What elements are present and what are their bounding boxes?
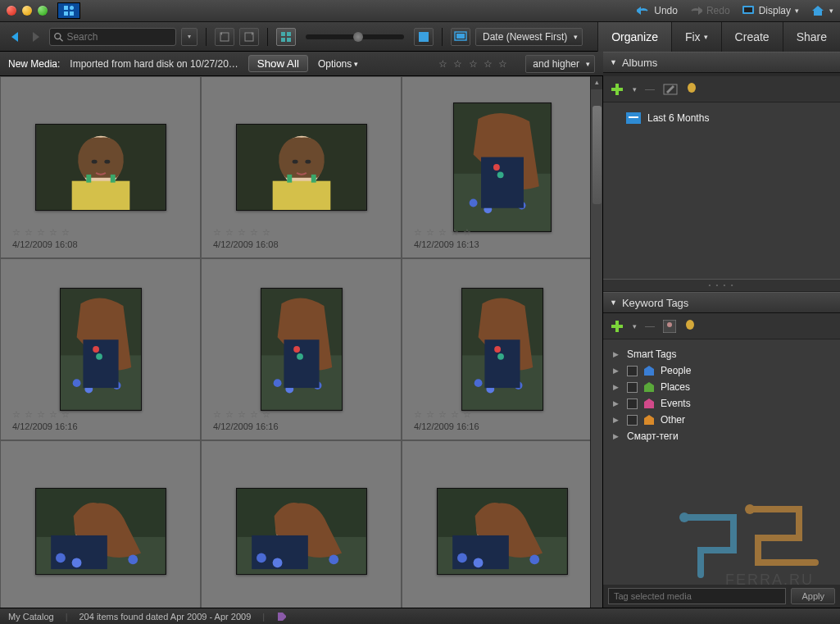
thumbnail-date: 4/12/2009 16:08 — [12, 239, 78, 249]
remove-album-button[interactable]: — — [645, 84, 655, 95]
scroll-thumb[interactable] — [593, 106, 602, 204]
hint-icon[interactable] — [686, 82, 697, 97]
tab-organize[interactable]: Organize — [597, 22, 671, 52]
app-switcher-button[interactable] — [57, 2, 80, 19]
svg-rect-10 — [281, 32, 285, 36]
tag-smart[interactable]: ▶Smart Tags — [613, 346, 830, 362]
add-tag-button[interactable] — [610, 319, 624, 334]
thumbnail-cell[interactable]: ☆ ☆ ☆ ☆ ☆4/12/2009 16:08 — [0, 76, 201, 258]
keyword-panel-header[interactable]: ▼ Keyword Tags — [603, 292, 840, 313]
tag-category[interactable]: ▶Places — [613, 379, 830, 395]
rotate-ccw-button[interactable] — [215, 28, 234, 46]
redo-button[interactable]: Redo — [689, 5, 730, 16]
grid-scrollbar[interactable]: ▴ — [590, 76, 603, 608]
svg-point-21 — [104, 160, 110, 164]
thumbnail-image[interactable] — [35, 488, 166, 575]
thumbnail-cell[interactable]: ☆ ☆ ☆ ☆ ☆4/12/2009 16:16 — [402, 258, 602, 440]
thumbnail-image[interactable] — [437, 488, 568, 575]
search-options-dropdown[interactable]: ▾ — [181, 28, 198, 46]
rating-stars[interactable]: ☆ ☆ ☆ ☆ ☆ — [213, 227, 279, 238]
tab-share[interactable]: Share — [783, 22, 840, 52]
show-all-button[interactable]: Show All — [248, 55, 308, 72]
tag-category[interactable]: ▶Events — [613, 395, 830, 412]
svg-point-86 — [473, 558, 483, 567]
hint-icon[interactable] — [684, 319, 696, 334]
svg-point-97 — [667, 322, 672, 327]
thumbnail-image[interactable] — [236, 488, 367, 575]
thumbnail-meta: ☆ ☆ ☆ ☆ ☆4/12/2009 16:08 — [213, 227, 279, 249]
tag-checkbox[interactable] — [627, 382, 638, 393]
tag-category[interactable]: ▶People — [613, 362, 830, 379]
thumbnail-cell[interactable] — [201, 440, 402, 608]
home-button[interactable]: ▾ — [810, 4, 833, 17]
rating-filter[interactable]: ☆ ☆ ☆ ☆ ☆ — [438, 58, 509, 70]
thumbnail-cell[interactable]: ☆ ☆ ☆ ☆ ☆4/12/2009 16:13 — [402, 76, 602, 258]
thumbnail-cell[interactable]: ☆ ☆ ☆ ☆ ☆4/12/2009 16:16 — [201, 258, 402, 440]
remove-tag-button[interactable]: — — [645, 321, 655, 332]
thumbnail-cell[interactable]: ☆ ☆ ☆ ☆ ☆4/12/2009 16:08 — [201, 76, 402, 258]
scroll-up-button[interactable]: ▴ — [591, 76, 603, 89]
home-icon — [810, 4, 825, 17]
svg-point-60 — [474, 379, 482, 387]
tag-checkbox[interactable] — [627, 415, 638, 426]
close-window-button[interactable] — [7, 6, 16, 16]
minimize-window-button[interactable] — [22, 6, 32, 16]
display-menu-button[interactable]: Display ▾ — [742, 5, 799, 16]
thumbnail-image[interactable] — [60, 288, 142, 411]
catalog-label[interactable]: My Catalog — [8, 612, 54, 622]
rotate-cw-button[interactable] — [239, 28, 259, 46]
thumbnail-image[interactable] — [35, 124, 166, 211]
category-icon — [643, 414, 655, 426]
tab-fix[interactable]: Fix▾ — [671, 22, 721, 52]
svg-point-85 — [457, 553, 467, 563]
zoom-window-button[interactable] — [38, 6, 48, 16]
tag-mode-icon[interactable] — [276, 611, 286, 622]
rating-stars[interactable]: ☆ ☆ ☆ ☆ ☆ — [12, 227, 78, 238]
tag-checkbox[interactable] — [627, 399, 638, 409]
rating-stars[interactable]: ☆ ☆ ☆ ☆ ☆ — [414, 227, 479, 238]
add-tag-dropdown-icon[interactable]: ▾ — [633, 322, 637, 330]
thumbnail-cell[interactable] — [402, 440, 602, 608]
tab-create[interactable]: Create — [721, 22, 783, 52]
nav-back-button[interactable] — [7, 28, 25, 46]
apply-tag-button[interactable]: Apply — [791, 588, 835, 604]
rating-condition-dropdown[interactable]: and higher — [525, 55, 595, 73]
thumbnail-cell[interactable] — [0, 440, 201, 608]
thumbnail-size-slider[interactable] — [306, 34, 404, 39]
tag-category[interactable]: ▶Other — [613, 412, 830, 428]
search-icon — [53, 31, 63, 43]
grid-view-button[interactable] — [276, 28, 296, 46]
sort-dropdown[interactable]: Date (Newest First) — [475, 28, 583, 46]
category-icon — [643, 398, 655, 409]
thumbnail-image[interactable] — [453, 102, 552, 232]
thumbnail-image[interactable] — [236, 124, 367, 211]
tag-input[interactable] — [608, 588, 786, 604]
thumbnail-cell[interactable]: ☆ ☆ ☆ ☆ ☆4/12/2009 16:16 — [0, 258, 201, 440]
single-view-button[interactable] — [414, 28, 434, 46]
rating-stars[interactable]: ☆ ☆ ☆ ☆ ☆ — [414, 409, 479, 420]
rating-stars[interactable]: ☆ ☆ ☆ ☆ ☆ — [12, 409, 78, 420]
tag-smart-ru[interactable]: ▶Смарт-теги — [613, 428, 830, 444]
add-album-button[interactable] — [610, 82, 624, 97]
album-item[interactable]: Last 6 Months — [613, 109, 830, 127]
thumbnail-image[interactable] — [261, 288, 343, 411]
collapse-icon: ▼ — [610, 298, 617, 307]
svg-rect-3 — [70, 11, 74, 16]
undo-label: Undo — [654, 5, 678, 16]
thumbnail-meta: ☆ ☆ ☆ ☆ ☆4/12/2009 16:16 — [213, 409, 279, 431]
panel-resizer[interactable]: • • • • — [603, 279, 840, 292]
search-field[interactable] — [49, 28, 176, 46]
options-menu[interactable]: Options ▾ — [318, 58, 358, 70]
thumbnail-image[interactable] — [461, 288, 543, 411]
nav-forward-button[interactable] — [26, 28, 44, 46]
rating-stars[interactable]: ☆ ☆ ☆ ☆ ☆ — [213, 409, 279, 420]
edit-album-button[interactable] — [663, 84, 678, 95]
add-dropdown-icon[interactable]: ▾ — [633, 85, 637, 93]
search-input[interactable] — [66, 31, 172, 43]
undo-button[interactable]: Undo — [637, 5, 678, 16]
tag-thumb-icon[interactable] — [663, 320, 676, 333]
fullscreen-button[interactable] — [451, 28, 470, 46]
albums-panel-header[interactable]: ▼ Albums — [603, 52, 840, 73]
svg-point-20 — [91, 160, 97, 164]
tag-checkbox[interactable] — [627, 366, 638, 376]
